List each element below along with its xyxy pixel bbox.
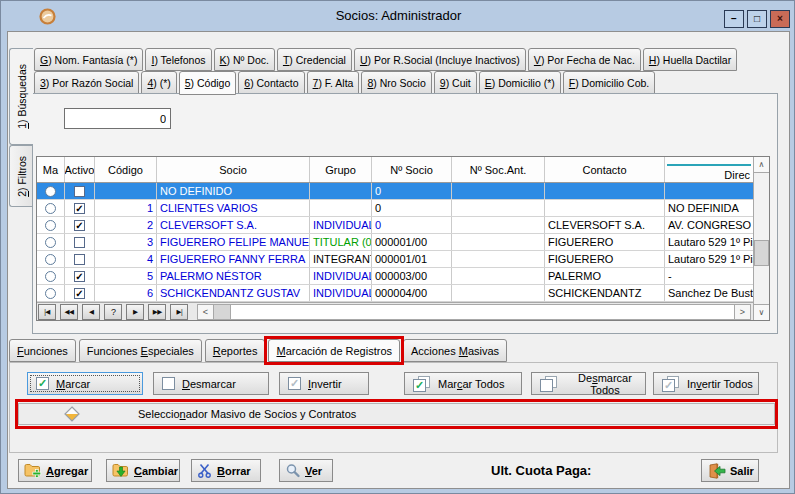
nav-search-button[interactable]: ? (104, 304, 122, 320)
ver-button[interactable]: Ver (279, 459, 333, 482)
row-active-checkbox[interactable]: ✓ (74, 288, 85, 299)
vertical-scrollbar[interactable]: ∧ ∨ (753, 157, 769, 320)
table-row[interactable]: NO DEFINIDO 0 (37, 183, 753, 200)
tab-domicilio-cob[interactable]: F) Domicilio Cob. (563, 71, 656, 94)
cell-codigo: 2 (95, 217, 157, 233)
tab-domicilio[interactable]: E) Domicilio (*) (479, 71, 561, 94)
cell-socio: CLIENTES VARIOS (157, 200, 310, 216)
maximize-button[interactable]: □ (747, 10, 767, 28)
cell-nro-soc-ant (452, 200, 545, 216)
nav-next-button[interactable]: ▶ (126, 304, 144, 320)
tab-funciones[interactable]: Funciones (9, 339, 76, 362)
table-row[interactable]: 3 FIGUERERO FELIPE MANUE TITULAR (0) 000… (37, 234, 753, 251)
table-row[interactable]: ✓ 5 PALERMO NÉSTOR INDIVIDUAL 000003/00 … (37, 268, 753, 285)
scroll-right-icon[interactable]: > (734, 305, 750, 319)
scroll-left-icon[interactable]: < (198, 305, 214, 319)
cell-nro-soc-ant (452, 183, 545, 199)
close-button[interactable]: × (770, 10, 790, 28)
tab-por-fecha-nac[interactable]: V) Por Fecha de Nac. (528, 48, 641, 71)
agregar-button[interactable]: Agregar (18, 459, 92, 482)
col-header-nro-soc-ant[interactable]: Nº Soc.Ant. (452, 157, 545, 182)
side-tab-filtros[interactable]: 2) Filtros (9, 145, 33, 207)
grid-header: Ma Activo Código Socio Grupo Nº Socio Nº… (37, 157, 753, 183)
invertir-todos-button[interactable]: ✓ Invertir Todos (653, 372, 759, 395)
tab-nom-fantasia[interactable]: G) Nom. Fantasía (*) (34, 48, 143, 71)
table-row[interactable]: ✓ 6 SCHICKENDANTZ GUSTAV INDIVIDUAL 0000… (37, 285, 753, 302)
seleccionador-masivo-bar[interactable]: Seleccionador Masivo de Socios y Contrat… (18, 403, 775, 425)
row-select-radio[interactable] (45, 220, 56, 231)
salir-button[interactable]: Salir (701, 459, 759, 482)
tab-asterisco[interactable]: 4) (*) (141, 71, 176, 94)
empty-box-stack-icon (540, 376, 558, 392)
tab-nro-doc[interactable]: K) Nº Doc. (214, 48, 275, 71)
col-header-codigo[interactable]: Código (95, 157, 157, 182)
checked-box-icon: ✓ (36, 377, 49, 390)
horizontal-scrollbar[interactable]: < > (197, 304, 751, 320)
row-select-radio[interactable] (45, 203, 56, 214)
desmarcar-todos-button[interactable]: Desmarcar Todos (531, 372, 646, 395)
tab-huella-dactilar[interactable]: H) Huella Dactilar (643, 48, 737, 71)
tab-acciones-masivas[interactable]: Acciones Masivas (403, 339, 507, 362)
horizontal-scrollbar-track[interactable] (231, 305, 734, 319)
cell-nro-soc-ant (452, 217, 545, 233)
table-row[interactable]: ✓ 2 CLEVERSOFT S.A. INDIVIDUAL 0 CLEVERS… (37, 217, 753, 234)
tab-f-alta[interactable]: 7) F. Alta (307, 71, 360, 94)
tab-reportes[interactable]: Reportes (205, 339, 266, 362)
row-select-radio[interactable] (45, 288, 56, 299)
tab-codigo[interactable]: 5) Código (179, 71, 237, 95)
table-row[interactable]: 4 FIGUERERO FANNY FERRA INTEGRANT 000001… (37, 251, 753, 268)
row-select-radio[interactable] (45, 271, 56, 282)
col-header-direccion[interactable]: Direc (665, 157, 753, 182)
row-active-checkbox[interactable]: ✓ (74, 203, 85, 214)
col-header-marca[interactable]: Ma (37, 157, 65, 182)
col-header-activo[interactable]: Activo (65, 157, 95, 182)
tab-telefonos[interactable]: I) Telefonos (145, 48, 211, 71)
row-select-radio[interactable] (45, 254, 56, 265)
col-header-contacto[interactable]: Contacto (545, 157, 665, 182)
marcar-button[interactable]: ✓ Marcar (27, 372, 143, 395)
tab-credencial[interactable]: T) Credencial (277, 48, 352, 71)
tab-marcacion-de-registros[interactable]: Marcación de Registros (268, 339, 400, 362)
col-header-socio[interactable]: Socio (157, 157, 310, 182)
nav-next-page-button[interactable]: ▶▶ (148, 304, 166, 320)
cell-nro-socio: 0 (372, 183, 452, 199)
tab-nro-socio[interactable]: 8) Nro Socio (361, 71, 431, 94)
row-select-radio[interactable] (45, 237, 56, 248)
borrar-button[interactable]: Borrar (191, 459, 261, 482)
col-header-nro-socio[interactable]: Nº Socio (372, 157, 452, 182)
row-active-checkbox[interactable]: ✓ (74, 271, 85, 282)
cell-socio: PALERMO NÉSTOR (157, 268, 310, 284)
tab-cuit[interactable]: 9) Cuit (434, 71, 477, 94)
cell-codigo (95, 183, 157, 199)
row-active-checkbox[interactable] (74, 186, 85, 197)
vertical-scrollbar-thumb[interactable] (754, 240, 769, 266)
side-tab-busquedas[interactable]: 1) Búsquedas (9, 48, 33, 145)
table-row[interactable]: ✓ 1 CLIENTES VARIOS 0 NO DEFINIDA (37, 200, 753, 217)
cell-direccion: Lautaro 529 1º Pis (665, 251, 753, 267)
row-active-checkbox[interactable] (74, 254, 85, 265)
invertir-button[interactable]: ✓ Invertir (279, 372, 369, 395)
scroll-up-icon[interactable]: ∧ (754, 157, 769, 173)
tab-funciones-especiales[interactable]: Funciones Especiales (79, 339, 202, 362)
codigo-search-input[interactable] (64, 108, 171, 129)
nav-prev-button[interactable]: ◀ (82, 304, 100, 320)
scroll-down-icon[interactable]: ∨ (754, 304, 769, 320)
marcar-todos-button[interactable]: ✓ Marcar Todos (404, 372, 522, 395)
nav-prev-page-button[interactable]: ◀◀ (60, 304, 78, 320)
cambiar-button[interactable]: Cambiar (106, 459, 180, 482)
ult-cuota-paga-label: Ult. Cuota Paga: (491, 463, 591, 478)
col-header-grupo[interactable]: Grupo (310, 157, 372, 182)
tab-por-razon-social[interactable]: 3) Por Razón Social (34, 71, 139, 94)
cell-grupo: INDIVIDUAL (310, 217, 372, 233)
horizontal-scrollbar-thumb[interactable] (214, 305, 231, 319)
row-active-checkbox[interactable]: ✓ (74, 220, 85, 231)
desmarcar-button[interactable]: Desmarcar (153, 372, 269, 395)
cell-socio: FIGUERERO FANNY FERRA (157, 251, 310, 267)
tab-contacto[interactable]: 6) Contacto (238, 71, 304, 94)
nav-last-button[interactable]: ▶| (170, 304, 188, 320)
row-active-checkbox[interactable] (74, 237, 85, 248)
minimize-button[interactable]: − (724, 10, 744, 28)
nav-first-button[interactable]: |◀ (38, 304, 56, 320)
tab-por-rsocial[interactable]: U) Por R.Social (Incluye Inactivos) (354, 48, 526, 71)
row-select-radio[interactable] (45, 186, 56, 197)
